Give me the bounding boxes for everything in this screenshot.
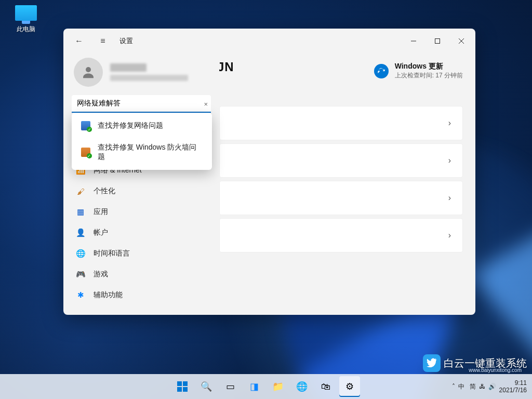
settings-card[interactable]: › (219, 218, 463, 252)
account-icon: 👤 (76, 228, 85, 237)
taskbar: 🔍 ▭ ◨ 📁 🌐 🛍 ⚙ ˄ 中 简 🖧 🔊 9:11 2021/7/16 (0, 374, 532, 399)
widgets-button[interactable]: ◨ (244, 376, 264, 397)
search-wrap: × 查找并修复网络问题 查找并修复 Windows 防火墙问题 (72, 95, 211, 113)
svg-rect-7 (177, 387, 182, 392)
settings-card[interactable]: › (219, 106, 463, 140)
hamburger-button[interactable]: ≡ (94, 32, 112, 50)
titlebar: ← ≡ 设置 (63, 29, 475, 54)
taskbar-tray: ˄ 中 简 🖧 🔊 9:11 2021/7/16 (452, 379, 532, 394)
clock-date: 2021/7/16 (499, 387, 527, 394)
troubleshoot-network-icon (81, 121, 90, 130)
user-block[interactable]: ████ █████████████ (70, 54, 213, 95)
settings-taskbar-button[interactable]: ⚙ (339, 376, 360, 397)
explorer-button[interactable]: 📁 (268, 376, 288, 397)
ime-lang[interactable]: 中 (458, 382, 464, 391)
windows-update-block[interactable]: Windows 更新 上次检查时间: 17 分钟前 (374, 62, 463, 80)
chevron-right-icon: › (448, 193, 451, 203)
clock-time: 9:11 (499, 379, 527, 387)
user-icon (81, 64, 96, 80)
nav-apps[interactable]: ▦ 应用 (70, 202, 213, 222)
store-button[interactable]: 🛍 (315, 376, 336, 397)
taskbar-center: 🔍 ▭ ◨ 📁 🌐 🛍 ⚙ (172, 376, 360, 397)
svg-rect-1 (435, 39, 440, 44)
chevron-right-icon: › (448, 118, 451, 128)
page-title: JN (219, 60, 234, 74)
ime-mode[interactable]: 简 (470, 382, 476, 391)
folder-icon: 📁 (272, 381, 284, 392)
svg-rect-8 (183, 387, 188, 392)
search-input[interactable] (72, 95, 211, 113)
watermark-url: www.baiyunxitong.com (418, 367, 522, 373)
start-button[interactable] (172, 376, 193, 397)
troubleshoot-firewall-icon (81, 148, 90, 157)
svg-rect-6 (183, 381, 188, 386)
suggestion-fix-network[interactable]: 查找并修复网络问题 (72, 115, 212, 137)
sidebar: ████ █████████████ × 查找并修复网络问题 查找并修复 Win… (63, 54, 219, 315)
chevron-right-icon: › (448, 156, 451, 165)
this-pc-label: 此电脑 (8, 25, 44, 34)
close-icon (459, 38, 464, 44)
update-title: Windows 更新 (395, 62, 463, 71)
tray-chevron-icon[interactable]: ˄ (452, 383, 455, 390)
nav-label: 游戏 (94, 270, 108, 279)
svg-point-4 (86, 67, 91, 72)
nav-label: 帐户 (94, 228, 108, 237)
back-button[interactable]: ← (70, 32, 88, 50)
search-button[interactable]: 🔍 (196, 376, 217, 397)
brush-icon: 🖌 (76, 187, 85, 196)
minimize-button[interactable] (402, 33, 425, 49)
settings-cards: › › › › (219, 106, 463, 252)
minimize-icon (411, 38, 416, 44)
avatar (74, 58, 103, 87)
update-subtitle: 上次检查时间: 17 分钟前 (395, 71, 463, 80)
network-tray-icon[interactable]: 🖧 (479, 383, 485, 390)
nav-label: 辅助功能 (94, 290, 123, 300)
settings-window: ← ≡ 设置 ████ █████████████ (63, 29, 475, 315)
nav-accessibility[interactable]: ✱ 辅助功能 (70, 285, 213, 305)
gear-icon: ⚙ (345, 381, 354, 392)
task-view-button[interactable]: ▭ (220, 376, 241, 397)
widgets-icon: ◨ (250, 381, 259, 392)
settings-card[interactable]: › (219, 181, 463, 215)
nav-time-language[interactable]: 🌐 时间和语言 (70, 244, 213, 263)
nav-label: 应用 (94, 207, 108, 217)
suggestion-label: 查找并修复 Windows 防火墙问题 (98, 143, 203, 162)
edge-icon: 🌐 (296, 381, 308, 392)
this-pc-icon (15, 5, 37, 21)
gaming-icon: 🎮 (76, 270, 85, 279)
maximize-icon (435, 38, 440, 44)
volume-tray-icon[interactable]: 🔊 (488, 383, 496, 390)
svg-rect-5 (177, 381, 182, 386)
nav-personalization[interactable]: 🖌 个性化 (70, 181, 213, 201)
user-email: █████████████ (110, 75, 188, 81)
user-name: ████ (110, 63, 147, 72)
watermark: 白云一键重装系统 www.baiyunxitong.com (423, 354, 527, 372)
edge-button[interactable]: 🌐 (291, 376, 312, 397)
settings-card[interactable]: › (219, 143, 463, 178)
update-icon (374, 64, 389, 78)
accessibility-icon: ✱ (76, 290, 85, 300)
task-view-icon: ▭ (226, 381, 235, 392)
nav-label: 时间和语言 (94, 249, 130, 258)
maximize-button[interactable] (425, 33, 449, 49)
search-clear-button[interactable]: × (204, 100, 208, 108)
nav-gaming[interactable]: 🎮 游戏 (70, 264, 213, 284)
nav-label: 个性化 (94, 187, 115, 196)
clock[interactable]: 9:11 2021/7/16 (499, 379, 527, 394)
desktop-icon-this-pc[interactable]: 此电脑 (8, 5, 44, 34)
suggestion-fix-firewall[interactable]: 查找并修复 Windows 防火墙问题 (72, 137, 212, 168)
close-button[interactable] (449, 33, 473, 49)
chevron-right-icon: › (448, 231, 451, 240)
windows-icon (177, 381, 188, 392)
clock-globe-icon: 🌐 (76, 249, 85, 258)
main-panel: JN Windows 更新 上次检查时间: 17 分钟前 › › › › (219, 54, 475, 315)
nav-accounts[interactable]: 👤 帐户 (70, 223, 213, 243)
suggestion-label: 查找并修复网络问题 (98, 121, 163, 130)
store-icon: 🛍 (321, 381, 330, 392)
search-icon: 🔍 (201, 381, 212, 392)
apps-icon: ▦ (76, 207, 85, 217)
search-suggestions: 查找并修复网络问题 查找并修复 Windows 防火墙问题 (72, 113, 212, 170)
window-title: 设置 (119, 36, 133, 46)
